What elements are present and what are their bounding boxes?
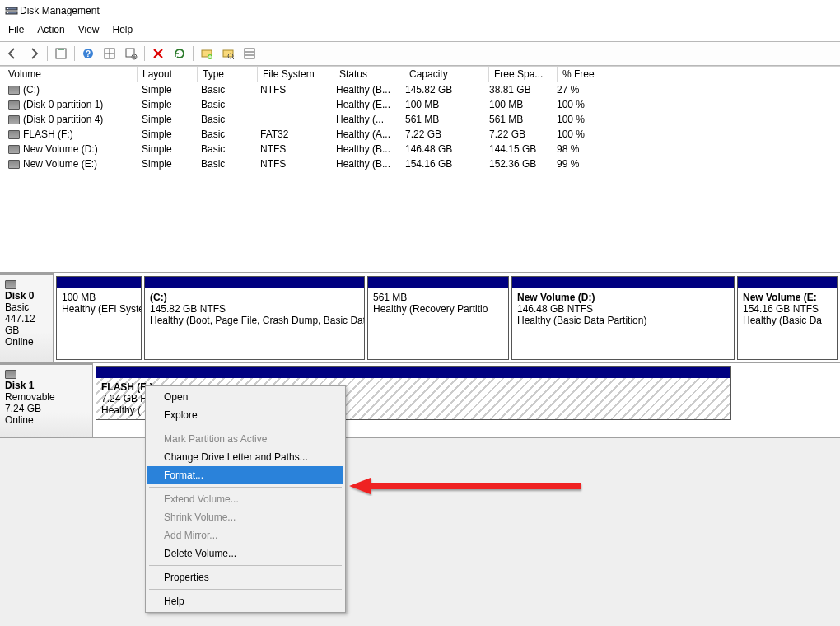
volume-row[interactable]: New Volume (D:) Simple Basic NTFS Health… <box>0 142 840 156</box>
partition-status: Healthy (Boot, Page File, Crash Dump, Ba… <box>150 315 359 326</box>
ctx-change-letter[interactable]: Change Drive Letter and Paths... <box>147 448 343 466</box>
menu-bar: File Action View Help <box>0 21 840 41</box>
partition-capacity: 146.48 GB NTFS <box>517 303 729 315</box>
svg-rect-5 <box>58 49 64 50</box>
toolbar-separator <box>144 46 145 61</box>
partition-capacity: 154.16 GB NTFS <box>743 303 832 315</box>
menu-help[interactable]: Help <box>108 23 138 40</box>
column-pct-free[interactable]: % Free <box>558 67 609 82</box>
menu-file[interactable]: File <box>3 23 29 40</box>
partition-header-bar <box>96 367 730 378</box>
drive-icon <box>8 160 20 169</box>
volume-row[interactable]: New Volume (E:) Simple Basic NTFS Health… <box>0 156 840 171</box>
column-layout[interactable]: Layout <box>138 67 198 82</box>
forward-button[interactable] <box>24 44 44 63</box>
disk-label: Disk 0 <box>5 290 48 301</box>
disk-row: Disk 1 Removable 7.24 GB Online FLASH (F… <box>0 362 840 437</box>
partition[interactable]: New Volume (D:) 146.48 GB NTFS Healthy (… <box>511 276 735 360</box>
partition-status: Healthy (Recovery Partitio <box>373 303 503 315</box>
menu-view[interactable]: View <box>73 23 105 40</box>
create-volume-button[interactable] <box>197 44 217 63</box>
ctx-separator <box>149 565 342 566</box>
partition[interactable]: 561 MB Healthy (Recovery Partitio <box>367 276 509 360</box>
toolbar-separator <box>193 46 194 61</box>
disk-icon <box>5 370 16 379</box>
partition-status: Healthy (Basic Da <box>743 315 832 326</box>
ctx-format[interactable]: Format... <box>147 466 343 484</box>
drive-icon <box>8 130 20 139</box>
svg-rect-3 <box>7 12 8 13</box>
context-menu: Open Explore Mark Partition as Active Ch… <box>145 385 346 613</box>
partition-header-bar <box>512 277 734 288</box>
graphical-view: Disk 0 Basic 447.12 GB Online 100 MB Hea… <box>0 272 840 626</box>
delete-button[interactable] <box>148 44 168 63</box>
ctx-separator <box>149 487 342 488</box>
ctx-separator <box>149 589 342 590</box>
volume-row[interactable]: (Disk 0 partition 1) Simple Basic Health… <box>0 97 840 112</box>
disk-state: Online <box>5 336 34 348</box>
toolbar: ? <box>0 41 840 66</box>
disk-icon <box>5 280 16 289</box>
graphical-empty-area <box>0 437 840 626</box>
partition-name: (C:) <box>150 292 167 303</box>
drive-icon <box>8 115 20 124</box>
partition[interactable]: (C:) 145.82 GB NTFS Healthy (Boot, Page … <box>144 276 365 360</box>
toolbar-separator <box>47 46 48 61</box>
column-free-space[interactable]: Free Spa... <box>489 67 558 82</box>
partition-name: New Volume (D:) <box>517 292 595 303</box>
ctx-mark-active: Mark Partition as Active <box>147 430 343 448</box>
settings-button[interactable] <box>121 44 141 63</box>
disk-type: Basic <box>5 301 29 313</box>
column-type[interactable]: Type <box>198 67 258 82</box>
disk-size: 447.12 GB <box>5 313 35 336</box>
partition[interactable]: New Volume (E: 154.16 GB NTFS Healthy (B… <box>737 276 838 360</box>
partition-header-bar <box>145 277 364 288</box>
disk-row: Disk 0 Basic 447.12 GB Online 100 MB Hea… <box>0 273 840 362</box>
volume-header-row: Volume Layout Type File System Status Ca… <box>0 66 840 82</box>
partition[interactable]: 100 MB Healthy (EFI Syste <box>56 276 142 360</box>
refresh-button[interactable] <box>170 44 189 63</box>
window-title: Disk Management <box>20 5 100 16</box>
svg-rect-18 <box>245 49 254 58</box>
disk-state: Online <box>5 414 34 426</box>
volume-list[interactable]: (C:) Simple Basic NTFS Healthy (B... 145… <box>0 82 840 272</box>
column-filesystem[interactable]: File System <box>258 67 334 82</box>
disk-label: Disk 1 <box>5 380 87 391</box>
ctx-separator <box>149 427 342 427</box>
disk-partitions: 100 MB Healthy (EFI Syste (C:) 145.82 GB… <box>54 273 840 362</box>
column-volume[interactable]: Volume <box>3 67 138 82</box>
svg-text:?: ? <box>86 49 91 58</box>
partition-status: Healthy (Basic Data Partition) <box>517 315 729 326</box>
ctx-delete[interactable]: Delete Volume... <box>147 544 343 563</box>
volume-row[interactable]: (Disk 0 partition 4) Simple Basic Health… <box>0 112 840 127</box>
partition-header-bar <box>368 277 508 288</box>
ctx-properties[interactable]: Properties <box>147 568 343 586</box>
drive-icon <box>8 100 20 110</box>
disk-info[interactable]: Disk 1 Removable 7.24 GB Online <box>0 362 93 437</box>
drive-icon <box>8 145 20 154</box>
partition-capacity: 145.82 GB NTFS <box>150 303 359 315</box>
column-capacity[interactable]: Capacity <box>404 67 489 82</box>
column-status[interactable]: Status <box>334 67 404 82</box>
ctx-explore[interactable]: Explore <box>147 406 343 424</box>
help-button[interactable]: ? <box>78 44 98 63</box>
back-button[interactable] <box>2 44 22 63</box>
ctx-extend: Extend Volume... <box>147 490 343 508</box>
ctx-open[interactable]: Open <box>147 388 343 406</box>
ctx-help[interactable]: Help <box>147 592 343 610</box>
layout-button[interactable] <box>100 44 119 63</box>
volume-row[interactable]: (C:) Simple Basic NTFS Healthy (B... 145… <box>0 82 840 97</box>
toggle-view-button[interactable] <box>240 44 259 63</box>
disk-size: 7.24 GB <box>5 403 41 414</box>
ctx-shrink: Shrink Volume... <box>147 508 343 526</box>
volume-row[interactable]: FLASH (F:) Simple Basic FAT32 Healthy (A… <box>0 127 840 142</box>
partition-name: New Volume (E: <box>743 292 817 303</box>
rescan-button[interactable] <box>218 44 238 63</box>
svg-rect-2 <box>7 8 8 9</box>
toolbar-separator <box>74 46 75 61</box>
properties-button[interactable] <box>51 44 71 63</box>
disk-info[interactable]: Disk 0 Basic 447.12 GB Online <box>0 273 54 362</box>
drive-icon <box>8 86 20 95</box>
menu-action[interactable]: Action <box>32 23 69 40</box>
title-bar: Disk Management <box>0 0 840 21</box>
